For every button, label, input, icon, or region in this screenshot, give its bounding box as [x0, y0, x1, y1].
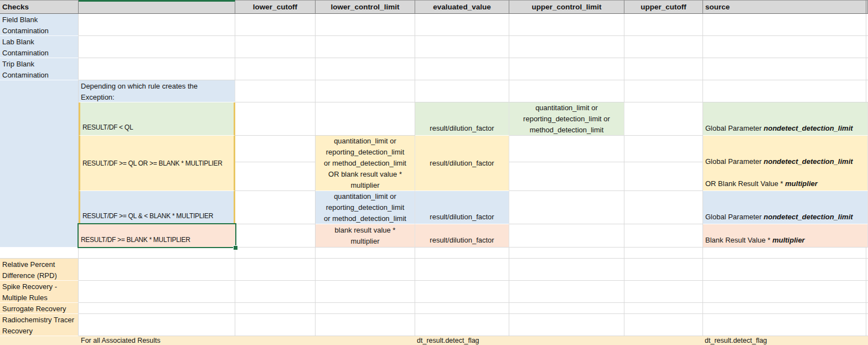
column-header-blank-selected[interactable] — [79, 0, 235, 14]
source-cell-rule2[interactable]: Global Parameter nondetect_detection_lim… — [703, 136, 868, 191]
rule-condition-cell-ge-ql-or-blank[interactable]: RESULT/DF >= QL OR >= BLANK * MULTIPLIER — [79, 136, 235, 191]
check-cell-surrogate-recovery[interactable]: Surrogate Recovery — [0, 303, 79, 314]
gridline — [0, 35, 868, 36]
spreadsheet: Checks lower_cutoff lower_control_limit … — [0, 0, 868, 345]
gridline — [0, 313, 868, 314]
source-text: Global Parameter nondetect_detection_lim… — [705, 156, 853, 167]
check-cell-lab-blank[interactable]: Lab BlankContamination — [0, 36, 79, 58]
column-header-evaluated-value[interactable]: evaluated_value — [415, 0, 509, 14]
gridline — [0, 258, 868, 259]
check-cell-blank-spacer[interactable] — [0, 80, 79, 248]
upper-control-limit-cell-rule1[interactable]: quantitation_limit orreporting_detection… — [509, 102, 624, 136]
note-cell-depending-rule[interactable]: Depending on which rule creates theExcep… — [79, 80, 235, 102]
rule-condition-cell-ge-blank-selected[interactable]: RESULT/DF >= BLANK * MULTIPLIER — [79, 224, 235, 248]
column-header-checks[interactable]: Checks — [0, 0, 79, 14]
source-cell-rule1[interactable]: Global Parameter nondetect_detection_lim… — [703, 102, 868, 136]
source-cell-rule4[interactable]: Blank Result Value * multiplier — [703, 224, 868, 248]
evaluated-value-cell-rule2[interactable]: result/dilution_factor — [415, 136, 509, 191]
check-cell-radiochemistry-tracer[interactable]: Radiochemistry TracerRecovery — [0, 314, 79, 336]
column-header-lower-control-limit[interactable]: lower_control_limit — [316, 0, 415, 14]
lower-control-limit-cell-rule4[interactable]: blank result value *multiplier — [316, 224, 415, 248]
rule-condition-cell-ge-ql-lt-blank[interactable]: RESULT/DF >= QL & < BLANK * MULTIPLIER — [79, 191, 235, 224]
gridline — [0, 302, 868, 303]
check-cell-spike-recovery[interactable]: Spike Recovery -Multiple Rules — [0, 281, 79, 303]
fill-handle[interactable] — [233, 245, 238, 250]
evaluated-value-cell-rule4[interactable]: result/dilution_factor — [415, 224, 509, 248]
column-header-source[interactable]: source — [703, 0, 866, 14]
rule-condition-cell-lt-ql[interactable]: RESULT/DF < QL — [79, 102, 235, 136]
column-header-upper-cutoff[interactable]: upper_cutoff — [624, 0, 703, 14]
gridline — [624, 14, 624, 345]
check-cell-rpd[interactable]: Relative PercentDifference (RPD) — [0, 259, 79, 281]
column-header-upper-control-limit[interactable]: upper_control_limit — [509, 0, 624, 14]
lower-control-limit-cell-rule2[interactable]: quantitation_limit orreporting_detection… — [316, 136, 415, 191]
source-text: Global Parameter nondetect_detection_lim… — [705, 212, 853, 223]
source-text: Global Parameter nondetect_detection_lim… — [705, 123, 853, 134]
gridline — [0, 280, 868, 281]
source-text: Blank Result Value * multiplier — [705, 235, 805, 246]
lower-control-limit-cell-rule3[interactable]: quantitation_limit orreporting_detection… — [316, 191, 415, 224]
evaluated-value-cell-rule1[interactable]: result/dilution_factor — [415, 102, 509, 136]
footer-row[interactable]: For all Associated Results dt_result.det… — [0, 336, 868, 345]
column-header-lower-cutoff[interactable]: lower_cutoff — [235, 0, 316, 14]
footer-source: dt_result.detect_flag — [705, 337, 767, 345]
gridline — [0, 58, 868, 58]
check-cell-trip-blank[interactable]: Trip BlankContamination — [0, 58, 79, 80]
check-cell-field-blank[interactable]: Field BlankContamination — [0, 14, 79, 36]
evaluated-value-cell-rule3[interactable]: result/dilution_factor — [415, 191, 509, 224]
source-cell-rule3[interactable]: Global Parameter nondetect_detection_lim… — [703, 191, 868, 224]
footer-label: For all Associated Results — [81, 337, 161, 345]
footer-evaluated-value: dt_result.detect_flag — [417, 337, 479, 345]
source-text-or: OR Blank Result Value * multiplier — [705, 178, 818, 189]
